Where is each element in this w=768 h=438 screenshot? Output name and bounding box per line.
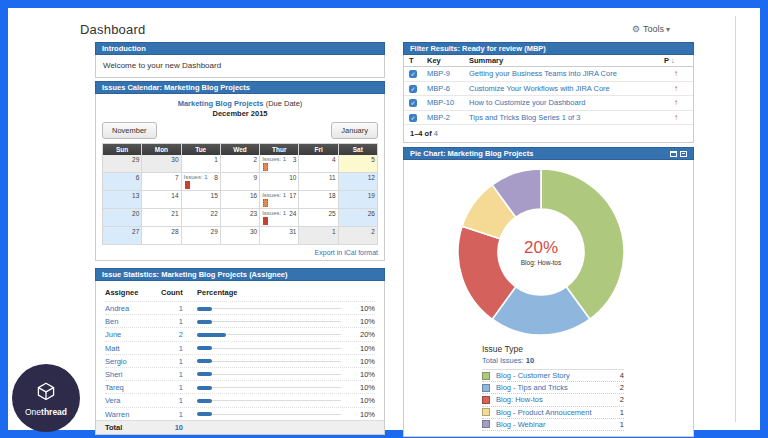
pie-chart-panel-header[interactable]: Pie Chart: Marketing Blog Projects bbox=[403, 147, 694, 160]
stats-count[interactable]: 1 bbox=[161, 410, 197, 419]
stats-total-row: Total 10 bbox=[96, 420, 384, 434]
calendar-day-cell[interactable]: 13 bbox=[103, 191, 142, 209]
legend-label-link[interactable]: Blog - Customer Story bbox=[496, 371, 610, 380]
calendar-day-cell[interactable]: 2 bbox=[339, 227, 378, 245]
dashboard-page: Dashboard ⚙Tools▾ Introduction Welcome t… bbox=[8, 8, 760, 430]
assignee-link[interactable]: Sergio bbox=[105, 357, 161, 366]
filter-col-summary[interactable]: Summary bbox=[469, 56, 664, 65]
calendar-day-cell[interactable]: 31 bbox=[260, 227, 299, 245]
calendar-day-cell[interactable]: 30 bbox=[142, 155, 181, 173]
calendar-day-cell[interactable]: 28 bbox=[142, 227, 181, 245]
calendar-day-cell[interactable]: 14 bbox=[142, 191, 181, 209]
calendar-day-cell[interactable]: 20 bbox=[103, 209, 142, 227]
issue-marker-icon[interactable] bbox=[263, 199, 268, 207]
prev-month-button[interactable]: November bbox=[102, 122, 157, 139]
stats-count[interactable]: 1 bbox=[161, 396, 197, 405]
calendar-day-cell[interactable]: 23 bbox=[221, 209, 260, 227]
stats-count[interactable]: 1 bbox=[161, 304, 197, 313]
stats-count[interactable]: 1 bbox=[161, 357, 197, 366]
assignee-link[interactable]: Vera bbox=[105, 396, 161, 405]
calendar-day-cell[interactable]: 17Issues: 1 bbox=[260, 191, 299, 209]
calendar-day-cell[interactable]: 30 bbox=[221, 227, 260, 245]
filter-row[interactable]: ✓MBP-9Getting your Business Teams into J… bbox=[404, 67, 693, 82]
legend-label-link[interactable]: Blog - Webinar bbox=[496, 420, 610, 429]
calendar-day-cell[interactable]: 3Issues: 1 bbox=[260, 155, 299, 173]
legend-label-link[interactable]: Blog - Product Annoucement bbox=[496, 408, 610, 417]
assignee-link[interactable]: June bbox=[105, 330, 161, 339]
issue-summary-link[interactable]: Customize Your Workflows with JIRA Core bbox=[469, 84, 664, 93]
pagination-total-link[interactable]: 4 bbox=[434, 129, 438, 138]
export-ical-link[interactable]: Export in iCal format bbox=[315, 249, 378, 256]
legend-total[interactable]: Total Issues: 10 bbox=[482, 356, 624, 365]
calendar-day-cell[interactable]: 4 bbox=[299, 155, 338, 173]
issue-key-link[interactable]: MBP-6 bbox=[427, 84, 469, 93]
calendar-day-cell[interactable]: 7 bbox=[142, 173, 181, 191]
issue-marker-icon[interactable] bbox=[263, 163, 268, 171]
calendar-day-cell[interactable]: 1 bbox=[182, 155, 221, 173]
assignee-link[interactable]: Ben bbox=[105, 317, 161, 326]
assignee-link[interactable]: Sheri bbox=[105, 370, 161, 379]
filter-row[interactable]: ✓MBP-2Tips and Tricks Blog Series 1 of 3… bbox=[404, 111, 693, 126]
calendar-day-cell[interactable]: 22 bbox=[182, 209, 221, 227]
legend-label-link[interactable]: Blog - Tips and Tricks bbox=[496, 383, 610, 392]
maximize-icon[interactable] bbox=[670, 151, 677, 157]
calendar-day-cell[interactable]: 6 bbox=[103, 173, 142, 191]
calendar-issues-link[interactable]: 1 bbox=[283, 192, 286, 198]
calendar-day-cell[interactable]: 16 bbox=[221, 191, 260, 209]
tools-button[interactable]: ⚙Tools▾ bbox=[632, 24, 670, 34]
calendar-day-cell[interactable]: 27 bbox=[103, 227, 142, 245]
stats-count[interactable]: 1 bbox=[161, 383, 197, 392]
assignee-link[interactable]: Matt bbox=[105, 344, 161, 353]
calendar-day-cell[interactable]: 8Issues: 1 bbox=[182, 173, 221, 191]
introduction-panel-header[interactable]: Introduction bbox=[95, 42, 385, 55]
calendar-day-number: 15 bbox=[211, 192, 218, 199]
filter-col-key[interactable]: Key bbox=[427, 56, 469, 65]
filter-col-priority[interactable]: P ↓ bbox=[664, 56, 688, 65]
assignee-link[interactable]: Andrea bbox=[105, 304, 161, 313]
calendar-issues-link[interactable]: 1 bbox=[283, 156, 286, 162]
issue-summary-link[interactable]: Tips and Tricks Blog Series 1 of 3 bbox=[469, 113, 664, 122]
calendar-day-cell[interactable]: 19 bbox=[339, 191, 378, 209]
calendar-day-cell[interactable]: 25 bbox=[299, 209, 338, 227]
sort-down-icon: ↓ bbox=[671, 56, 675, 65]
legend-label-link[interactable]: Blog: How-tos bbox=[496, 395, 610, 404]
issue-marker-icon[interactable] bbox=[263, 217, 268, 225]
issues-calendar-panel-header[interactable]: Issues Calendar: Marketing Blog Projects bbox=[95, 81, 385, 94]
calendar-day-cell[interactable]: 21 bbox=[142, 209, 181, 227]
calendar-day-cell[interactable]: 5 bbox=[339, 155, 378, 173]
issue-summary-link[interactable]: How to Customize your Dashboard bbox=[469, 98, 664, 107]
stats-count[interactable]: 2 bbox=[161, 330, 197, 339]
calendar-day-cell[interactable]: 29 bbox=[103, 155, 142, 173]
calendar-day-cell[interactable]: 1 bbox=[299, 227, 338, 245]
calendar-issues-link[interactable]: 1 bbox=[204, 174, 207, 180]
stats-count[interactable]: 1 bbox=[161, 317, 197, 326]
issue-key-link[interactable]: MBP-9 bbox=[427, 69, 469, 78]
calendar-issues-link[interactable]: 1 bbox=[283, 210, 286, 216]
calendar-day-cell[interactable]: 29 bbox=[182, 227, 221, 245]
assignee-link[interactable]: Tareq bbox=[105, 383, 161, 392]
calendar-day-cell[interactable]: 9 bbox=[221, 173, 260, 191]
calendar-day-cell[interactable]: 10 bbox=[260, 173, 299, 191]
calendar-day-cell[interactable]: 24Issues: 1 bbox=[260, 209, 299, 227]
calendar-day-cell[interactable]: 18 bbox=[299, 191, 338, 209]
calendar-day-cell[interactable]: 12 bbox=[339, 173, 378, 191]
calendar-day-cell[interactable]: 15 bbox=[182, 191, 221, 209]
issue-statistics-panel-header[interactable]: Issue Statistics: Marketing Blog Project… bbox=[95, 268, 385, 281]
assignee-link[interactable]: Warren bbox=[105, 410, 161, 419]
filter-col-type[interactable]: T bbox=[409, 56, 427, 65]
calendar-project-link[interactable]: Marketing Blog Projects bbox=[178, 99, 264, 108]
stats-count[interactable]: 1 bbox=[161, 370, 197, 379]
issue-marker-icon[interactable] bbox=[185, 181, 190, 189]
stats-count[interactable]: 1 bbox=[161, 344, 197, 353]
next-month-button[interactable]: January bbox=[331, 122, 378, 139]
filter-row[interactable]: ✓MBP-10How to Customize your Dashboard↑ bbox=[404, 96, 693, 111]
calendar-day-cell[interactable]: 2 bbox=[221, 155, 260, 173]
minimize-icon[interactable] bbox=[680, 151, 687, 157]
filter-results-panel-header[interactable]: Filter Results: Ready for review (MBP) bbox=[403, 42, 694, 55]
issue-key-link[interactable]: MBP-10 bbox=[427, 98, 469, 107]
calendar-day-cell[interactable]: 26 bbox=[339, 209, 378, 227]
issue-summary-link[interactable]: Getting your Business Teams into JIRA Co… bbox=[469, 69, 664, 78]
calendar-day-cell[interactable]: 11 bbox=[299, 173, 338, 191]
issue-key-link[interactable]: MBP-2 bbox=[427, 113, 469, 122]
filter-row[interactable]: ✓MBP-6Customize Your Workflows with JIRA… bbox=[404, 82, 693, 97]
